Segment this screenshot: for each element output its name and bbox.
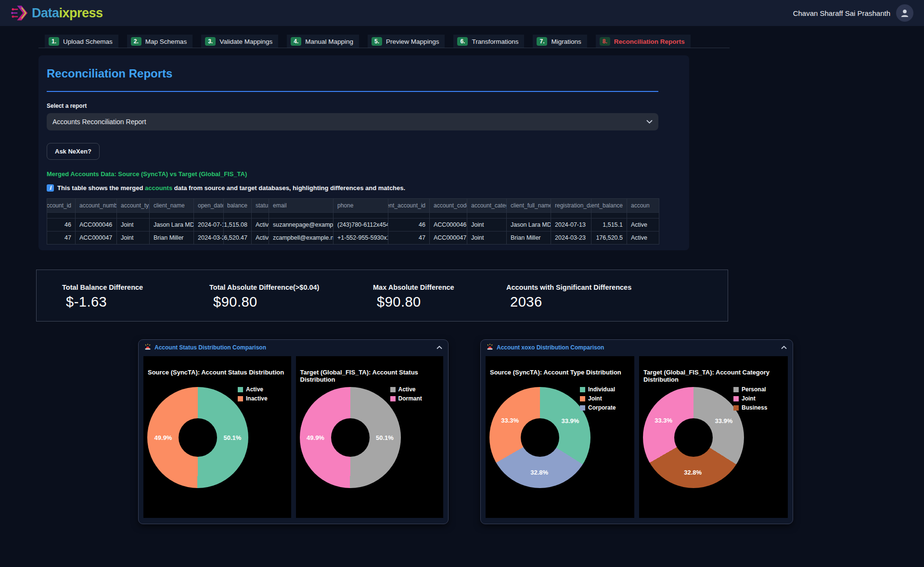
legend-item-joint[interactable]: Joint [580, 395, 616, 402]
column-header: account_type [116, 199, 149, 212]
chart-legend: ActiveDormant [390, 386, 422, 402]
chart-card: Source (SyncTA): Account Status Distribu… [143, 356, 291, 518]
legend-swatch [238, 396, 243, 401]
select-label: Select a report [47, 103, 681, 109]
collapse-chevron-icon[interactable] [781, 346, 787, 349]
tab-label: Migrations [551, 38, 581, 45]
collapse-chevron-icon[interactable] [436, 346, 442, 349]
table-cell: 2024-07-13 [551, 219, 591, 231]
legend-item-inactive[interactable]: Inactive [238, 395, 268, 402]
table-cell [47, 213, 75, 218]
report-select[interactable]: Accounts Reconciliation Report [47, 113, 658, 130]
table-cell: Brian Miller [149, 232, 193, 244]
table-cell [429, 213, 467, 218]
tab-upload-schemas[interactable]: 1.Upload Schemas [45, 35, 118, 48]
table-row [47, 212, 659, 218]
tab-manual-mapping[interactable]: 4.Manual Mapping [287, 35, 359, 48]
chart-panel-header: Account xoxo Distribution Comparison [481, 340, 793, 355]
donut-chart: 50.1%49.9% [300, 387, 401, 488]
chart-card: Source (SyncTA): Account Type Distributi… [486, 356, 634, 518]
table-cell: 176,520.47 [223, 232, 251, 244]
page-title: Reconciliation Reports [47, 67, 681, 80]
tab-number-badge: 4. [291, 37, 301, 46]
legend-label: Joint [588, 395, 602, 402]
legend-swatch [733, 396, 739, 401]
tab-preview-mappings[interactable]: 5.Preview Mappings [368, 35, 445, 48]
legend-item-active[interactable]: Active [390, 386, 422, 393]
logo-icon [11, 4, 29, 22]
column-header: client_name [149, 199, 193, 212]
table-cell [149, 213, 193, 218]
chart-panel-header: Account Status Distribution Comparison [139, 340, 448, 355]
column-header: account_code [429, 199, 467, 212]
table-cell [223, 213, 251, 218]
tab-transformations[interactable]: 6.Transformations [453, 35, 524, 48]
legend-item-individual[interactable]: Individual [580, 386, 616, 393]
legend-item-business[interactable]: Business [733, 404, 767, 411]
tab-reconciliation-reports[interactable]: 8.Reconciliation Reports [596, 35, 691, 48]
legend-item-joint[interactable]: Joint [733, 395, 767, 402]
column-header: balance [223, 199, 251, 212]
stat-value: $90.80 [373, 294, 454, 310]
tab-migrations[interactable]: 7.Migrations [533, 35, 587, 48]
chart-legend: PersonalJointBusiness [733, 386, 767, 411]
tab-label: Reconciliation Reports [614, 38, 685, 45]
table-cell: Active [627, 232, 650, 244]
legend-item-active[interactable]: Active [238, 386, 268, 393]
stat-label: Accounts with Significant Differences [506, 284, 631, 291]
table-cell: 47 [47, 232, 75, 244]
legend-label: Active [246, 386, 263, 393]
ask-nexen-button[interactable]: Ask NeXen? [47, 143, 100, 160]
legend-swatch [390, 387, 396, 392]
merged-accounts-table[interactable]: account_idaccount_numberaccount_typeclie… [47, 198, 659, 245]
column-header: account_stat [627, 199, 650, 212]
tab-label: Transformations [472, 38, 518, 45]
info-icon: i [47, 184, 54, 192]
legend-swatch [733, 387, 739, 392]
table-info-line: i This table shows the merged accounts d… [47, 184, 681, 192]
column-header: client_account_id [388, 199, 429, 212]
table-cell: Joint [116, 219, 149, 231]
chart-panel-title: Account Status Distribution Comparison [154, 344, 433, 351]
column-header: registration_date [551, 199, 591, 212]
tab-label: Preview Mappings [386, 38, 439, 45]
chart-panel-body: Source (SyncTA): Account Status Distribu… [139, 355, 448, 524]
table-cell: 47 [388, 232, 429, 244]
report-select-value: Accounts Reconciliation Report [52, 118, 146, 126]
legend-item-personal[interactable]: Personal [733, 386, 767, 393]
stat-card: Total Absolute Difference(>$0.04)$90.80 [209, 284, 319, 310]
legend-item-dormant[interactable]: Dormant [390, 395, 422, 402]
column-header: email [269, 199, 333, 212]
legend-item-corporate[interactable]: Corporate [580, 404, 616, 411]
donut-hole [331, 418, 370, 457]
table-cell: suzannepage@example.com [269, 219, 333, 231]
column-header: status [251, 199, 269, 212]
column-header: account_category [467, 199, 506, 212]
chart-title: Source (SyncTA): Account Status Distribu… [148, 369, 288, 376]
stats-panel: Total Balance Difference$-1.63Total Abso… [36, 270, 728, 322]
slice-percent-label: 49.9% [307, 434, 324, 441]
legend-label: Inactive [246, 395, 268, 402]
table-cell [627, 213, 650, 218]
stat-card: Accounts with Significant Differences203… [506, 284, 631, 310]
stat-label: Max Absolute Difference [373, 284, 454, 291]
table-cell: Jason Lara MD [149, 219, 193, 231]
report-panel: Reconciliation Reports Select a report A… [38, 55, 689, 250]
avatar[interactable] [896, 4, 913, 22]
table-cell [591, 213, 627, 218]
merged-data-heading: Merged Accounts Data: Source (SyncTA) vs… [47, 170, 681, 178]
slice-percent-label: 33.9% [562, 417, 579, 425]
slice-percent-label: 33.3% [654, 416, 672, 424]
table-cell: zcampbell@example.net [269, 232, 333, 244]
table-cell: +1-552-955-5930x15560 [333, 232, 388, 244]
user-area: Chavan Sharaff Sai Prashanth [793, 4, 913, 22]
slice-percent-label: 33.3% [501, 416, 519, 424]
legend-label: Business [742, 404, 767, 411]
logo-text: Dataixpress [32, 6, 103, 21]
tab-map-schemas[interactable]: 2.Map Schemas [127, 35, 192, 48]
title-underline [47, 91, 658, 92]
step-nav: 1.Upload Schemas2.Map Schemas3.Validate … [45, 35, 691, 48]
chart-title: Target (Global_FIS_TA): Account Category… [643, 369, 785, 383]
tab-validate-mappings[interactable]: 3.Validate Mappings [201, 35, 278, 48]
table-cell: Active [251, 232, 269, 244]
